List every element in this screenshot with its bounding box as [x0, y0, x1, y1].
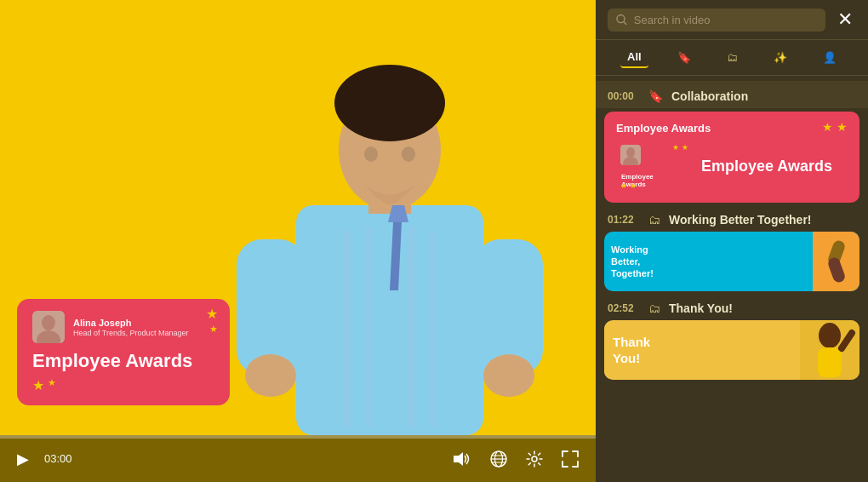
svg-point-25: [532, 456, 537, 462]
video-panel: Alina Joseph Head of Trends, Product Man…: [0, 0, 596, 482]
svg-line-34: [842, 333, 852, 348]
people-icon: 👤: [823, 51, 837, 64]
svg-point-29: [623, 157, 638, 165]
section-thankyou-header: 02:52 🗂 Thank You!: [596, 295, 868, 318]
svg-line-27: [624, 22, 626, 25]
search-panel: ✕ All 🔖 🗂 ✨ 👤 00:00 🔖 Collaboration Empl…: [596, 0, 868, 482]
card-2-thumbnail: Working Better, Together!: [604, 232, 859, 291]
globe-button[interactable]: [487, 447, 511, 471]
play-button[interactable]: ▶: [14, 446, 32, 472]
svg-point-3: [334, 65, 445, 141]
chapter-icon: 🗂: [727, 51, 738, 64]
progress-bar-container[interactable]: [0, 435, 596, 439]
card-3-text: Thank You!: [604, 325, 800, 376]
card-2-image: [813, 232, 859, 291]
tab-bookmarks[interactable]: 🔖: [671, 48, 698, 67]
svg-point-5: [402, 146, 415, 162]
section-2-title: Working Better Together!: [669, 213, 812, 227]
section-working-header: 01:22 🗂 Working Better Together!: [596, 206, 868, 230]
scene-card-working-together[interactable]: Working Better, Together!: [604, 232, 859, 291]
section-3-time: 02:52: [608, 302, 640, 314]
tab-chapters[interactable]: 🗂: [720, 48, 745, 67]
card-1-title: Employee Awards: [616, 122, 848, 135]
scene-card-employee-awards[interactable]: Employee Awards ★ ★ Employee: [604, 112, 859, 203]
fullscreen-button[interactable]: [558, 447, 582, 471]
settings-button[interactable]: [523, 447, 546, 471]
svg-point-14: [245, 354, 296, 397]
video-controls: ▶ 03:00: [0, 435, 596, 482]
person-figure: [237, 35, 543, 435]
svg-rect-0: [296, 205, 483, 435]
card-3-image: [800, 320, 859, 380]
card-3-thumbnail: Thank You!: [604, 320, 859, 380]
right-controls: [449, 447, 582, 471]
section-2-time: 01:22: [608, 214, 640, 226]
time-display: 03:00: [44, 452, 72, 465]
svg-marker-19: [454, 452, 463, 466]
volume-button[interactable]: [449, 448, 475, 470]
section-3-title: Thank You!: [669, 301, 733, 315]
svg-point-28: [626, 147, 635, 158]
effects-icon: ✨: [774, 51, 787, 64]
tab-all[interactable]: All: [620, 47, 648, 68]
section-1-title: Collaboration: [671, 89, 748, 103]
card-1-thumbnail: ★ ★ Employee Awards ★ ★: [616, 141, 693, 192]
svg-point-32: [819, 323, 841, 348]
tab-people[interactable]: 👤: [816, 48, 843, 67]
overlay-person-name: Alina Joseph: [73, 317, 189, 329]
section-1-icon: 🔖: [648, 89, 663, 103]
overlay-main-title: Employee Awards: [32, 350, 214, 372]
svg-point-4: [364, 146, 378, 162]
svg-rect-33: [818, 347, 842, 377]
section-2-icon: 🗂: [648, 213, 660, 227]
search-bar-row: ✕: [596, 0, 868, 40]
section-collaboration-header: 00:00 🔖 Collaboration: [596, 81, 868, 108]
svg-point-17: [42, 315, 55, 330]
bookmark-icon: 🔖: [677, 51, 691, 64]
card-1-stars: ★ ★: [822, 120, 848, 134]
search-input-wrapper[interactable]: [608, 9, 825, 32]
card-1-inner: ★ ★ Employee Awards ★ ★ Employee Awards: [616, 141, 848, 192]
content-list: 00:00 🔖 Collaboration Employee Awards: [596, 76, 868, 482]
svg-point-15: [483, 354, 534, 397]
search-icon: [616, 14, 627, 26]
overlay-card: Alina Joseph Head of Trends, Product Man…: [17, 299, 230, 405]
card-1-main-text: Employee Awards: [701, 158, 832, 176]
scene-card-thank-you[interactable]: Thank You!: [604, 320, 859, 380]
overlay-person-role: Head of Trends, Product Manager: [73, 329, 189, 337]
overlay-stars-bottom: ★ ★: [32, 377, 214, 393]
filter-tabs: All 🔖 🗂 ✨ 👤: [596, 40, 868, 76]
card-2-text: Working Better, Together!: [604, 237, 813, 287]
search-input[interactable]: [634, 14, 817, 26]
svg-rect-31: [826, 256, 846, 284]
overlay-avatar: [32, 311, 65, 343]
close-search-button[interactable]: ✕: [834, 7, 856, 32]
section-3-icon: 🗂: [648, 301, 660, 315]
section-1-time: 00:00: [608, 90, 640, 102]
tab-effects[interactable]: ✨: [767, 48, 794, 67]
overlay-stars-top: ★ ★: [206, 306, 218, 335]
